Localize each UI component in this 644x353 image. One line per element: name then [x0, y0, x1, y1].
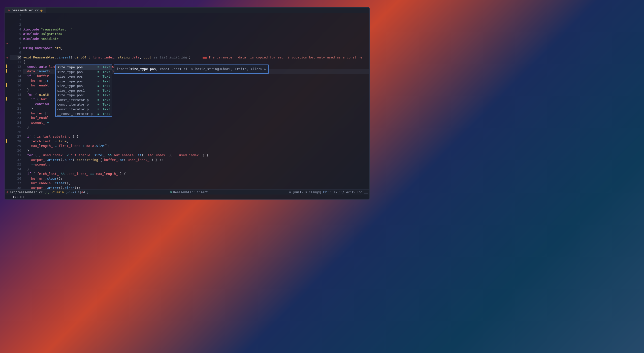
- code-line[interactable]: output_.writer().close();: [23, 186, 369, 190]
- sign-cell: [5, 130, 10, 135]
- code-line[interactable]: void Reassembler::insert( uint64_t first…: [23, 55, 369, 60]
- dirty-indicator-icon: ●: [40, 8, 42, 12]
- status-bar: ⊗ src/reassembler.cc[+] ⎇ main(-1~7) ![⊗…: [5, 189, 369, 195]
- code-content[interactable]: #include "reassembler.hh"#include <algor…: [23, 13, 369, 189]
- vim-mode-line: -- INSERT --: [5, 195, 369, 199]
- code-line[interactable]: [23, 50, 369, 55]
- line-number: 4: [10, 27, 21, 32]
- completion-kind: ≡ Text: [98, 107, 110, 112]
- code-line[interactable]: buf_enable_.clear();: [23, 181, 369, 186]
- code-line[interactable]: using namespace std;: [23, 46, 369, 51]
- line-number: 20: [10, 102, 21, 107]
- line-number: 38: [10, 186, 21, 190]
- completion-item[interactable]: const_iterator p≡ Text: [56, 98, 112, 103]
- code-line[interactable]: output_.writer().push( std::string { buf…: [23, 158, 369, 163]
- code-line[interactable]: {: [23, 60, 369, 65]
- sign-cell: [5, 162, 10, 167]
- completion-item[interactable]: size_type pos1≡ Text: [56, 93, 112, 98]
- line-number: 8: [10, 46, 21, 51]
- completion-item[interactable]: size_type pos≡ Text: [56, 65, 112, 70]
- completion-label: size_type pos: [57, 70, 98, 75]
- sign-cell: [5, 116, 10, 120]
- sign-cell: [5, 69, 10, 74]
- line-number: 28: [10, 139, 21, 144]
- completion-popup[interactable]: size_type pos≡ Textsize_type pos≡ Textsi…: [55, 65, 112, 117]
- sign-cell: [5, 78, 10, 83]
- file-path: src/reassembler.cc: [10, 190, 43, 194]
- line-number: 19: [10, 97, 21, 102]
- completion-item[interactable]: size_type pos1≡ Text: [56, 84, 112, 88]
- completion-label: size_type pos: [57, 79, 98, 84]
- code-line[interactable]: }: [23, 167, 369, 172]
- line-number: 18: [10, 92, 21, 97]
- signature-text: insert(size_type pos, const CharT s) -> …: [116, 67, 266, 72]
- file-size: 1.1k: [330, 190, 337, 194]
- line-number: 29: [10, 144, 21, 148]
- line-number: 2: [10, 18, 21, 23]
- sign-cell: [5, 32, 10, 37]
- code-line[interactable]: wcount_ +: [23, 120, 369, 125]
- sign-cell: [5, 172, 10, 176]
- completion-item[interactable]: __const_iterator p≡ Text: [56, 112, 112, 116]
- vim-mode: -- INSERT --: [7, 195, 30, 199]
- code-line[interactable]: [23, 130, 369, 135]
- sign-cell: [5, 120, 10, 125]
- text-kind-icon: ≡: [98, 102, 100, 107]
- file-tab[interactable]: ⊗ reassembler.cc ●: [5, 8, 46, 13]
- completion-item[interactable]: size_type pos1≡ Text: [56, 88, 112, 93]
- line-number: 17: [10, 88, 21, 92]
- code-line[interactable]: buffer_.clear();: [23, 176, 369, 181]
- completion-item[interactable]: const_iterator p≡ Text: [56, 102, 112, 107]
- completion-kind: ≡ Text: [98, 74, 110, 79]
- line-number: 30: [10, 148, 21, 153]
- line-number: 3: [10, 22, 21, 27]
- code-line[interactable]: if ( is_last_substring ) {: [23, 134, 369, 139]
- line-number: 34: [10, 167, 21, 172]
- sign-cell: [5, 60, 10, 65]
- code-line[interactable]: --wcount_;: [23, 162, 369, 167]
- text-kind-icon: ≡: [98, 98, 100, 103]
- sign-cell: [5, 106, 10, 111]
- code-line[interactable]: for ( ; used_index_ < buf_enable_.size()…: [23, 153, 369, 158]
- line-number: 26: [10, 130, 21, 135]
- text-kind-icon: ≡: [98, 74, 100, 79]
- sign-cell: [5, 148, 10, 153]
- error-icon: ⊗: [7, 190, 8, 194]
- modified-indicator: [+]: [44, 190, 50, 194]
- code-line[interactable]: #include <cstdint>: [23, 37, 369, 41]
- sign-cell: [5, 46, 10, 51]
- completion-item[interactable]: size_type pos≡ Text: [56, 79, 112, 84]
- code-area[interactable]: ⊗⊗ 1234567891011121314151617181920212223…: [5, 13, 369, 189]
- completion-label: size_type pos: [57, 74, 98, 79]
- completion-label: __const_iterator p: [57, 112, 98, 116]
- code-line[interactable]: if ( fetch_last_ && used_index_ == max_l…: [23, 172, 369, 176]
- sign-cell: [5, 27, 10, 32]
- line-number: 27: [10, 134, 21, 139]
- code-line[interactable]: [23, 41, 369, 46]
- sign-cell: [5, 102, 10, 107]
- close-icon[interactable]: ⊗: [8, 9, 10, 12]
- sign-cell: [5, 22, 10, 27]
- completion-item[interactable]: size_type pos≡ Text: [56, 70, 112, 75]
- code-line[interactable]: #include "reassembler.hh": [23, 27, 369, 32]
- code-line[interactable]: }: [23, 148, 369, 153]
- line-number: 7: [10, 41, 21, 46]
- code-line[interactable]: fetch_last_ = true;: [23, 139, 369, 144]
- completion-label: size_type pos1: [57, 88, 98, 93]
- sign-column: ⊗⊗: [5, 13, 10, 189]
- code-line[interactable]: max_length_ = first_index + data.size();: [23, 144, 369, 148]
- code-line[interactable]: }: [23, 125, 369, 130]
- sign-cell: [5, 13, 10, 18]
- line-number: 24: [10, 120, 21, 125]
- completion-kind: ≡ Text: [98, 79, 110, 84]
- code-line[interactable]: #include <algorithm>: [23, 32, 369, 37]
- completion-label: size_type pos1: [57, 93, 98, 98]
- text-kind-icon: ≡: [98, 84, 100, 88]
- line-number: 25: [10, 125, 21, 130]
- diagnostics-count: ![⊗4 ]: [78, 190, 88, 194]
- completion-item[interactable]: size_type pos≡ Text: [56, 74, 112, 79]
- completion-item[interactable]: const_iterator p≡ Text: [56, 107, 112, 112]
- completion-kind: ≡ Text: [98, 84, 110, 88]
- text-kind-icon: ≡: [98, 70, 100, 75]
- filetype: CPP: [323, 190, 329, 194]
